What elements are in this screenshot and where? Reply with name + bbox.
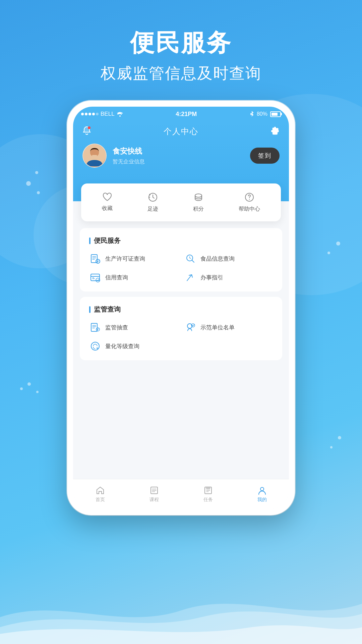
grade-label: 量化等级查询 [105,342,139,350]
coins-icon [193,192,203,202]
credit-label: 信用查询 [105,274,128,281]
sign-in-button[interactable]: 签到 [250,148,280,164]
quick-points-label: 积分 [193,206,204,213]
supervision-title: 监管查询 [89,305,273,314]
svg-point-0 [88,126,90,129]
status-time: 4:21PM [176,111,197,118]
app-header: 个人中心 [73,121,289,201]
help-icon [244,192,254,202]
inspect-icon [89,321,101,333]
phone-screen: BELL 4:21PM 80% [73,107,289,509]
svg-point-21 [260,487,264,491]
food-icon [184,253,196,265]
bottom-nav: 首页 课程 任务 [73,479,289,509]
model-unit-label: 示范单位名单 [200,324,235,331]
decor-dot [336,241,340,246]
history-icon [148,192,158,202]
dot3 [88,113,91,115]
food-info-item[interactable]: 食品信息查询 [184,253,273,265]
user-info: 食安快线 暂无企业信息 [113,146,244,165]
quick-help[interactable]: 帮助中心 [239,192,260,213]
signal-area: BELL [81,111,123,117]
decor-dot [27,382,31,386]
nav-mine-label: 我的 [257,497,267,503]
supervision-grid: 监管抽查 示范 [89,321,273,352]
gear-icon [271,126,280,135]
guide-label: 办事指引 [200,274,223,281]
promo-title: 便民服务 [0,27,362,59]
phone-mockup: BELL 4:21PM 80% [67,101,295,515]
quick-collect[interactable]: 收藏 [102,192,113,213]
decor-dot [20,387,23,390]
guide-icon [184,271,196,283]
quick-history-label: 足迹 [147,206,158,213]
user-name: 食安快线 [113,146,244,156]
user-profile: 食安快线 暂无企业信息 签到 [82,144,280,168]
convenience-section: 便民服务 [80,228,282,291]
promo-header: 便民服务 权威监管信息及时查询 [0,27,362,84]
heart-icon [102,192,112,202]
bell-icon [82,126,91,136]
production-license-label: 生产许可证查询 [105,255,145,263]
supervision-section: 监管查询 [80,297,282,360]
quick-collect-label: 收藏 [102,205,113,212]
credit-icon [89,271,101,283]
nav-mine[interactable]: 我的 [257,486,267,503]
license-icon [89,253,101,265]
svg-point-18 [97,347,98,349]
convenience-grid: 生产许可证查询 食品信息查询 [89,253,273,283]
battery-percent: 80% [257,111,267,117]
settings-button[interactable] [271,126,280,137]
svg-point-5 [195,194,202,197]
status-right: 80% [249,111,281,117]
app-nav-bar: 个人中心 [82,126,280,137]
guide-item[interactable]: 办事指引 [184,271,273,283]
svg-rect-8 [91,255,97,263]
nav-course-label: 课程 [149,497,159,503]
battery-icon [270,111,281,117]
svg-point-7 [249,199,250,200]
main-content: 便民服务 [73,201,289,372]
food-info-label: 食品信息查询 [200,255,235,263]
wifi-icon [117,111,123,117]
bottom-wave [0,577,362,644]
production-license-item[interactable]: 生产许可证查询 [89,253,178,265]
phone-frame: BELL 4:21PM 80% [67,101,295,515]
svg-rect-3 [92,155,97,158]
avatar-image [83,144,106,167]
model-unit-item[interactable]: 示范单位名单 [184,321,273,333]
app-nav-title: 个人中心 [164,126,198,137]
avatar [82,144,107,168]
convenience-title: 便民服务 [89,236,273,245]
nav-home-label: 首页 [96,497,105,503]
section-bar-2 [89,306,90,313]
grade-icon [89,340,101,352]
inspect-item[interactable]: 监管抽查 [89,321,178,333]
promo-subtitle: 权威监管信息及时查询 [0,63,362,84]
bluetooth-icon [249,111,254,117]
dot2 [85,113,87,115]
home-icon [96,486,105,495]
quick-history[interactable]: 足迹 [147,192,158,213]
decor-dot [37,191,40,194]
credit-item[interactable]: 信用查询 [89,271,178,283]
quick-help-label: 帮助中心 [239,206,260,213]
mine-icon [257,486,267,495]
signal-dots [81,113,99,115]
course-icon [149,486,159,495]
grade-item[interactable]: 量化等级查询 [89,340,178,352]
nav-task[interactable]: 任务 [203,486,213,503]
quick-points[interactable]: 积分 [193,192,204,213]
quick-menu: 收藏 足迹 [81,183,281,221]
decor-dot [26,181,31,186]
carrier-label: BELL [101,111,115,117]
status-bar: BELL 4:21PM 80% [73,107,289,121]
dot4 [92,113,95,115]
nav-course[interactable]: 课程 [149,486,159,503]
nav-home[interactable]: 首页 [96,486,105,503]
battery-fill [272,113,278,116]
section-bar [89,237,90,244]
decor-dot [36,391,39,393]
decor-dot [35,171,38,174]
bell-button[interactable] [82,126,91,137]
